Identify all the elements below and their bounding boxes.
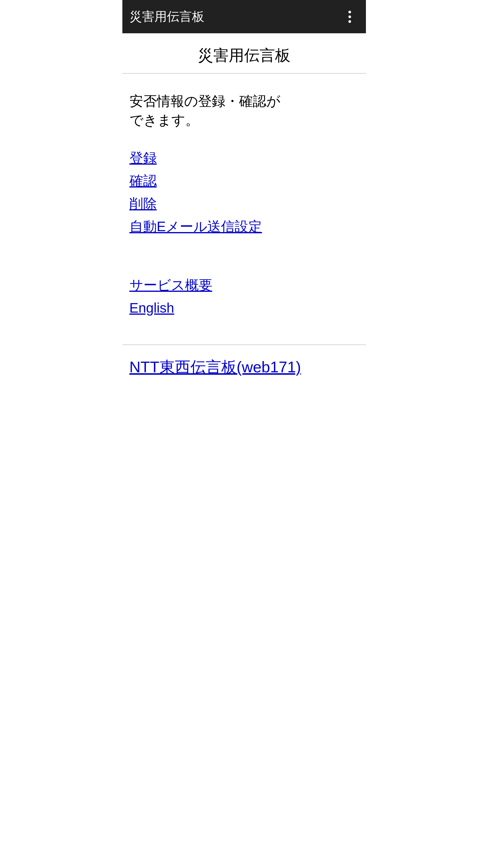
ntt-footer-link[interactable]: NTT東西伝言板(web171) [130,357,359,378]
app-bar: 災害用伝言板 [122,0,366,33]
email-settings-link[interactable]: 自動Eメール送信設定 [130,216,359,237]
description-text: 安否情報の登録・確認ができます。 [130,92,359,130]
app-bar-title: 災害用伝言板 [130,8,204,25]
register-link[interactable]: 登録 [130,148,359,168]
description-section: 安否情報の登録・確認ができます。 [122,74,366,142]
main-content: 災害用伝言板 安否情報の登録・確認ができます。 登録 確認 削除 自動Eメール送… [122,33,366,384]
links-group-1: 登録 確認 削除 自動Eメール送信設定 [122,142,366,251]
dot-1 [348,11,351,13]
page-title-section: 災害用伝言板 [122,33,366,74]
dot-2 [348,16,351,18]
dots-icon [348,11,351,23]
footer-section: NTT東西伝言板(web171) [122,351,366,384]
confirm-link[interactable]: 確認 [130,170,359,191]
dot-3 [348,20,351,23]
links-group-2: サービス概要 English [122,269,366,333]
bottom-divider [122,344,366,345]
english-link[interactable]: English [130,298,359,318]
more-vert-icon[interactable] [341,8,359,26]
delete-link[interactable]: 削除 [130,193,359,214]
service-overview-link[interactable]: サービス概要 [130,275,359,296]
page-title: 災害用伝言板 [130,45,359,66]
